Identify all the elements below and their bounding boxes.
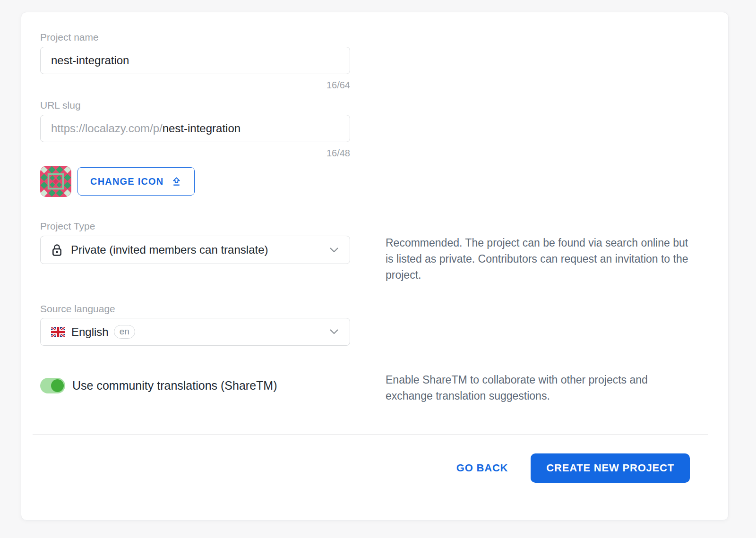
sharetm-toggle-group: Use community translations (ShareTM): [40, 378, 350, 393]
sharetm-row: Use community translations (ShareTM) Ena…: [40, 373, 728, 404]
project-name-input[interactable]: [40, 47, 350, 74]
go-back-button[interactable]: GO BACK: [455, 457, 510, 479]
source-language-select[interactable]: English en: [40, 318, 350, 346]
url-slug-prefix: https://localazy.com/p/: [51, 122, 163, 135]
project-type-label: Project Type: [40, 221, 350, 232]
sharetm-label: Use community translations (ShareTM): [72, 379, 277, 393]
project-type-description: Recommended. The project can be found vi…: [386, 235, 693, 283]
project-icon-row: CHANGE ICON: [40, 166, 728, 197]
source-language-value: English: [71, 325, 109, 339]
project-type-value: Private (invited members can translate): [71, 243, 268, 256]
footer-divider: [33, 434, 708, 435]
lock-icon: [51, 243, 63, 256]
project-name-counter: 16/64: [40, 80, 350, 91]
uk-flag-icon: [51, 327, 65, 337]
sharetm-toggle-knob: [51, 379, 64, 392]
url-slug-value: nest-integration: [163, 122, 241, 135]
project-name-label: Project name: [40, 32, 350, 43]
source-language-code-badge: en: [114, 325, 135, 339]
project-type-select[interactable]: Private (invited members can translate): [40, 236, 350, 264]
sharetm-toggle[interactable]: [40, 378, 65, 393]
project-type-row: Private (invited members can translate) …: [40, 236, 728, 283]
create-new-project-button[interactable]: CREATE NEW PROJECT: [531, 453, 690, 483]
url-slug-counter: 16/48: [40, 148, 350, 159]
url-slug-label: URL slug: [40, 100, 350, 111]
source-language-label: Source language: [40, 303, 350, 315]
upload-icon: [171, 176, 182, 187]
chevron-down-icon: [330, 329, 338, 334]
change-icon-button[interactable]: CHANGE ICON: [77, 167, 195, 196]
url-slug-input[interactable]: https://localazy.com/p/nest-integration: [40, 115, 350, 142]
footer-actions: GO BACK CREATE NEW PROJECT: [455, 453, 690, 483]
project-icon[interactable]: [40, 166, 71, 197]
create-project-card: Project name 16/64 URL slug https://loca…: [21, 12, 729, 521]
change-icon-button-label: CHANGE ICON: [90, 176, 163, 187]
form-content: Project name 16/64 URL slug https://loca…: [21, 12, 728, 404]
sharetm-description: Enable ShareTM to collaborate with other…: [386, 372, 693, 404]
sharetm-toggle-block: Use community translations (ShareTM): [40, 373, 350, 393]
chevron-down-icon: [330, 248, 338, 253]
